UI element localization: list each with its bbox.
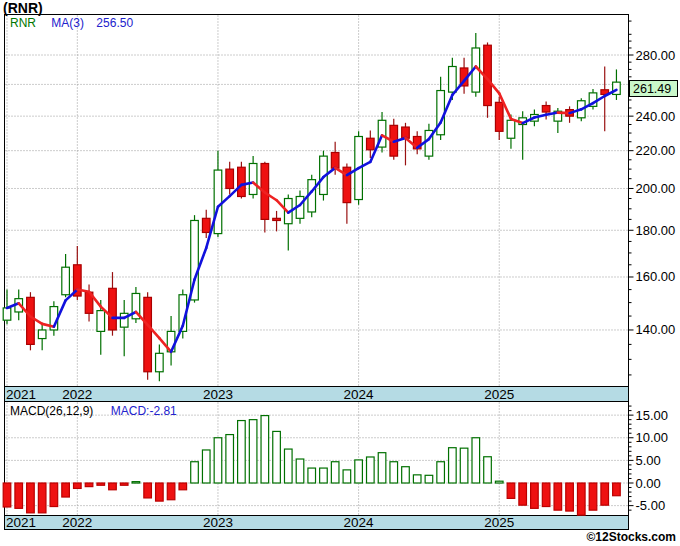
candle-body	[367, 138, 375, 150]
macd-bar	[554, 483, 562, 510]
year-axis-label: 2023	[203, 515, 233, 530]
last-price-tag: 261.49	[629, 80, 678, 97]
year-axis-label: 2024	[344, 515, 375, 530]
legend-ma-value: 256.50	[96, 16, 133, 30]
candle-body	[542, 106, 550, 112]
macd-bar	[85, 483, 93, 487]
macd-bar	[156, 483, 164, 501]
macd-bar	[343, 470, 351, 483]
macd-bar	[566, 483, 574, 511]
macd-bar	[3, 483, 11, 507]
macd-bar	[109, 483, 117, 490]
macd-bar	[284, 449, 292, 483]
candle-body	[449, 66, 457, 92]
macd-bar	[577, 483, 585, 515]
macd-bar	[425, 475, 433, 483]
macd-bar	[460, 448, 468, 483]
macd-xaxis-band	[5, 516, 629, 530]
chart-legend: RNR MA(3) 256.50	[10, 16, 133, 30]
macd-bar	[519, 483, 527, 505]
macd-bar	[296, 459, 304, 483]
macd-bar	[132, 482, 140, 483]
year-axis-label: 2022	[62, 515, 92, 530]
year-axis-label: 2023	[203, 387, 233, 402]
year-axis-label: 2024	[344, 387, 375, 402]
macd-bar	[378, 453, 386, 483]
legend-symbol: RNR	[10, 16, 36, 30]
year-axis-label: 2021	[6, 515, 36, 530]
macd-bar	[15, 483, 23, 508]
macd-bar	[589, 483, 597, 510]
macd-bar	[238, 421, 246, 483]
candle-body	[249, 163, 257, 194]
candle-body	[38, 330, 46, 339]
macd-bar	[507, 483, 515, 498]
macd-bar	[472, 438, 480, 483]
macd-bar	[542, 483, 550, 507]
macd-bar	[495, 481, 503, 483]
macd-bar	[179, 483, 187, 490]
price-tick-label: 140.00	[636, 322, 676, 337]
macd-tick-label: 0.00	[636, 476, 661, 491]
candle-body	[109, 288, 117, 330]
macd-bar	[484, 457, 492, 483]
year-axis-label: 2025	[484, 387, 514, 402]
macd-bar	[62, 483, 70, 497]
macd-tick-label: 15.00	[636, 408, 669, 423]
year-axis-label: 2022	[62, 387, 92, 402]
candle-body	[97, 311, 105, 332]
macd-bar	[38, 483, 46, 513]
macd-bar	[214, 438, 222, 483]
candle-body	[27, 297, 35, 344]
macd-tick-label: 10.00	[636, 430, 669, 445]
candle-body	[202, 218, 210, 232]
candle-body	[507, 120, 515, 138]
candle-body	[144, 297, 152, 371]
macd-bar	[273, 431, 281, 483]
macd-bar	[50, 483, 58, 507]
macd-bar	[367, 457, 375, 483]
macd-bar	[249, 420, 257, 483]
macd-bar	[167, 483, 175, 500]
page-title: (RNR)	[3, 0, 43, 16]
macd-bar	[144, 483, 152, 498]
macd-bar	[320, 468, 328, 483]
macd-bar	[191, 462, 199, 483]
macd-bar	[120, 483, 128, 485]
macd-bar	[97, 483, 105, 485]
price-tick-label: 160.00	[636, 269, 676, 284]
macd-tick-label: 5.00	[636, 453, 661, 468]
macd-bar	[437, 462, 445, 483]
candle-body	[62, 267, 70, 295]
candle-body	[226, 169, 234, 188]
macd-bar	[413, 475, 421, 483]
macd-bar	[531, 483, 539, 508]
ma-line-segment	[558, 113, 570, 114]
macd-tick-label: -5.00	[636, 498, 666, 513]
stock-chart-app: 2021202120222022202320232024202420252025…	[0, 0, 680, 546]
macd-value-label: MACD:-2.81	[111, 404, 177, 418]
macd-bar	[601, 483, 609, 505]
price-xaxis-band	[5, 387, 629, 402]
year-axis-label: 2021	[6, 387, 36, 402]
macd-bar	[27, 483, 35, 513]
macd-bar	[331, 462, 339, 483]
price-tick-label: 240.00	[636, 109, 676, 124]
macd-bar	[613, 483, 621, 496]
macd-bar	[355, 460, 363, 483]
macd-bar	[390, 462, 398, 483]
macd-bar	[74, 483, 82, 488]
candle-body	[273, 218, 281, 220]
candle-body	[3, 308, 11, 320]
price-tick-label: 220.00	[636, 143, 676, 158]
macd-bar	[226, 435, 234, 483]
year-axis-label: 2025	[484, 515, 514, 530]
candle-body	[214, 170, 222, 234]
macd-bar	[308, 468, 316, 483]
legend-ma-label: MA(3)	[51, 16, 84, 30]
candle-body	[238, 167, 246, 196]
watermark-attribution: ©12Stocks.com	[586, 530, 676, 544]
macd-bar	[261, 416, 269, 483]
price-tick-label: 200.00	[636, 181, 676, 196]
price-tick-label: 180.00	[636, 223, 676, 238]
